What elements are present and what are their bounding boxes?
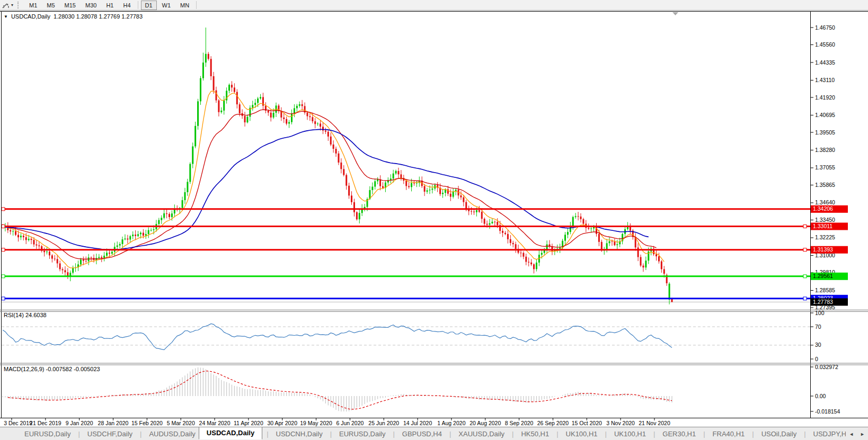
- chart-tab-xauusd-daily[interactable]: XAUUSD,Daily: [455, 428, 508, 439]
- svg-text:1.29561: 1.29561: [813, 273, 833, 279]
- svg-text:1.34206: 1.34206: [813, 205, 833, 212]
- tab-separator: |: [508, 430, 518, 438]
- svg-text:15 Oct 2020: 15 Oct 2020: [572, 420, 602, 426]
- svg-text:6 Jun 2020: 6 Jun 2020: [336, 420, 364, 426]
- chart-tab-uk100-h1[interactable]: UK100,H1: [611, 428, 649, 439]
- svg-text:25 Jun 2020: 25 Jun 2020: [368, 420, 399, 426]
- macd-signal-line: [8, 371, 672, 409]
- svg-text:21 Nov 2020: 21 Nov 2020: [639, 420, 670, 426]
- svg-text:-0.018154: -0.018154: [815, 408, 840, 415]
- svg-text:8 Sep 2020: 8 Sep 2020: [505, 420, 534, 426]
- timeframe-button-h1[interactable]: H1: [102, 1, 118, 10]
- tab-separator: |: [445, 430, 455, 438]
- svg-text:30 Apr 2020: 30 Apr 2020: [267, 420, 297, 426]
- svg-text:1.37055: 1.37055: [815, 164, 835, 170]
- svg-text:19 May 2020: 19 May 2020: [300, 420, 332, 426]
- tabs-scroll-right-icon[interactable]: ►: [860, 432, 865, 437]
- svg-text:3 Nov 2020: 3 Nov 2020: [606, 420, 635, 426]
- timeframe-button-d1[interactable]: D1: [141, 1, 157, 10]
- rsi-pane: [2, 324, 810, 350]
- timeframe-button-h4[interactable]: H4: [119, 1, 135, 10]
- svg-text:1.41920: 1.41920: [815, 94, 835, 101]
- svg-text:1.34640: 1.34640: [815, 199, 835, 205]
- svg-text:15 Feb 2020: 15 Feb 2020: [131, 420, 163, 426]
- timeframe-button-m15[interactable]: M15: [60, 1, 80, 10]
- time-axis[interactable]: 3 Dec 201921 Dec 20199 Jan 202028 Jan 20…: [0, 418, 868, 427]
- svg-text:1.44335: 1.44335: [815, 59, 835, 66]
- tab-separator: |: [136, 430, 146, 438]
- svg-text:1.45560: 1.45560: [815, 41, 835, 48]
- chart-tab-usdcnh-daily[interactable]: USDCNH,Daily: [273, 428, 326, 439]
- svg-text:21 Dec 2019: 21 Dec 2019: [30, 420, 61, 426]
- chart-tab-bar: EURUSD,Daily|USDCHF,Daily|AUDUSD,DailyUS…: [0, 427, 868, 440]
- tab-separator: |: [388, 430, 398, 438]
- svg-text:1.40695: 1.40695: [815, 112, 835, 118]
- tab-separator: |: [800, 430, 810, 438]
- tab-separator: |: [552, 430, 562, 438]
- chart-tab-usoil-daily[interactable]: USOil,Daily: [758, 428, 800, 439]
- timeframe-toolbar: ▾ M1M5M15M30H1H4D1W1MN: [0, 0, 868, 11]
- chart-tab-gbpusd-h4[interactable]: GBPUSD,H4: [399, 428, 445, 439]
- chart-tab-eurusd-daily[interactable]: EURUSD,Daily: [21, 428, 74, 439]
- toolbar-grip[interactable]: [17, 2, 20, 8]
- svg-text:14 Jul 2020: 14 Jul 2020: [403, 420, 432, 426]
- horizontal-level-lines[interactable]: [2, 208, 810, 300]
- chart-tab-usdcad-daily[interactable]: USDCAD,Daily: [199, 427, 262, 440]
- svg-text:11 Apr 2020: 11 Apr 2020: [234, 420, 263, 426]
- svg-text:100: 100: [815, 310, 825, 316]
- svg-text:1.28585: 1.28585: [815, 287, 835, 293]
- chart-title-collapse-icon[interactable]: ▼: [4, 14, 8, 19]
- tab-separator: |: [649, 430, 659, 438]
- tabs-scroll-left-icon[interactable]: ◄: [849, 432, 854, 437]
- tool-dropdown-caret-icon[interactable]: ▾: [11, 3, 13, 7]
- rsi-axis[interactable]: 10070300: [811, 310, 825, 362]
- svg-text:1.32225: 1.32225: [815, 234, 835, 240]
- svg-text:9 Jan 2020: 9 Jan 2020: [66, 420, 93, 426]
- chart-tab-usdchf-daily[interactable]: USDCHF,Daily: [84, 428, 136, 439]
- svg-text:20 Aug 2020: 20 Aug 2020: [470, 420, 501, 426]
- svg-text:1 Aug 2020: 1 Aug 2020: [437, 420, 465, 426]
- chart-cursor-icon[interactable]: [1, 1, 11, 10]
- timeframe-button-w1[interactable]: W1: [158, 1, 175, 10]
- ma-slow-line: [5, 129, 649, 249]
- svg-text:1.33011: 1.33011: [813, 223, 832, 229]
- svg-text:1.46750: 1.46750: [815, 24, 835, 31]
- chart-shift-marker-icon: [672, 12, 678, 15]
- rsi-line: [3, 324, 672, 350]
- macd-axis[interactable]: 0.0329720.00-0.018154: [811, 364, 840, 415]
- chart-tab-ger30-h1[interactable]: GER30,H1: [659, 428, 699, 439]
- timeframe-button-m5[interactable]: M5: [42, 1, 59, 10]
- svg-text:1.31393: 1.31393: [813, 246, 833, 253]
- chart-tab-audusd-daily[interactable]: AUDUSD,Daily: [146, 428, 198, 439]
- chart-tab-eurusd-daily[interactable]: EURUSD,Daily: [336, 428, 388, 439]
- candlestick-series: [2, 28, 673, 304]
- svg-text:1.39505: 1.39505: [815, 129, 835, 136]
- price-axis[interactable]: 1.467501.455601.443351.431101.419201.406…: [811, 12, 868, 310]
- svg-text:26 Sep 2020: 26 Sep 2020: [537, 420, 569, 426]
- tab-separator: |: [699, 430, 709, 438]
- svg-text:70: 70: [815, 324, 821, 330]
- chart-tab-uk100-h1[interactable]: UK100,H1: [563, 428, 601, 439]
- svg-text:3 Dec 2019: 3 Dec 2019: [4, 420, 32, 426]
- svg-text:0.032972: 0.032972: [815, 364, 838, 370]
- tab-separator: |: [601, 430, 611, 438]
- svg-text:28 Jan 2020: 28 Jan 2020: [98, 420, 129, 426]
- toolbar-separator: [196, 1, 197, 9]
- chart-tab-hk50-h1[interactable]: HK50,H1: [518, 428, 552, 439]
- tab-separator: |: [326, 430, 336, 438]
- svg-text:1.38280: 1.38280: [815, 147, 835, 153]
- chart-tab-fra40-h1[interactable]: FRA40,H1: [710, 428, 748, 439]
- chart-canvas[interactable]: 1.467501.455601.443351.431101.419201.406…: [0, 11, 868, 427]
- svg-text:0: 0: [815, 356, 818, 362]
- ma-mid-line: [5, 110, 657, 259]
- timeframe-button-m30[interactable]: M30: [81, 1, 101, 10]
- svg-text:1.27783: 1.27783: [813, 299, 833, 305]
- svg-text:1.43110: 1.43110: [815, 77, 835, 83]
- toolbar-separator: [138, 1, 138, 9]
- svg-text:5 Mar 2020: 5 Mar 2020: [167, 420, 195, 426]
- macd-pane: [3, 367, 672, 411]
- timeframe-button-mn[interactable]: MN: [176, 1, 193, 10]
- timeframe-button-m1[interactable]: M1: [25, 1, 41, 10]
- svg-text:1.35865: 1.35865: [815, 182, 835, 188]
- svg-text:1.33450: 1.33450: [815, 217, 835, 223]
